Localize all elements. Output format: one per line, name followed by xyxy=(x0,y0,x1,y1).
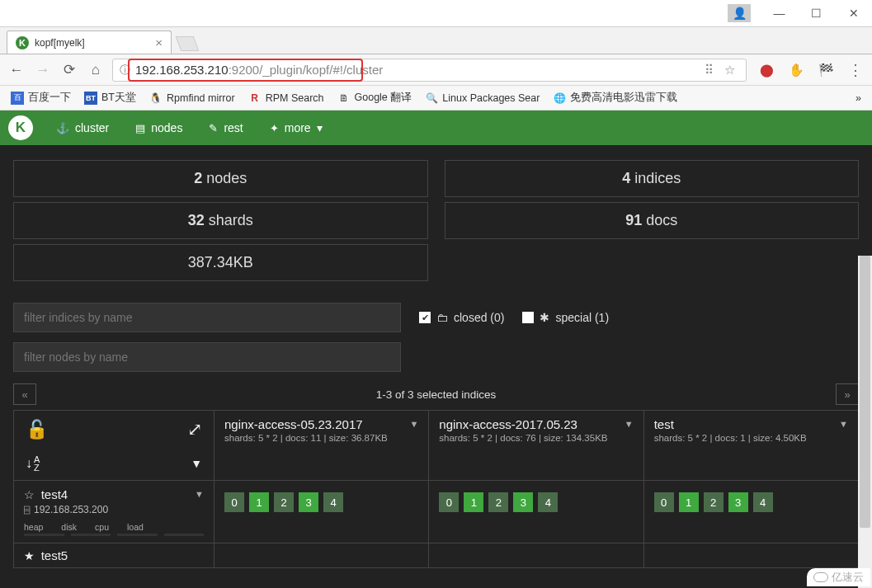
extension-icon-2[interactable]: ✋ xyxy=(786,60,806,80)
shard-badge[interactable]: 1 xyxy=(679,492,699,512)
browser-menu-icon[interactable]: ⋮ xyxy=(846,60,865,80)
forward-button[interactable]: → xyxy=(33,60,53,80)
asterisk-icon: ✱ xyxy=(540,311,549,324)
disk-icon: ⌸ xyxy=(24,504,30,515)
nav-cluster[interactable]: ⚓cluster xyxy=(45,115,120,141)
bookmark-item[interactable]: RRPM Search xyxy=(244,90,328,106)
shard-badge[interactable]: 4 xyxy=(323,492,343,512)
filter-indices-input[interactable] xyxy=(13,303,401,332)
chevron-down-icon[interactable]: ▼ xyxy=(625,419,634,429)
stats-right: 4 indices 91 docs xyxy=(445,160,860,281)
shard-badge[interactable]: 3 xyxy=(513,492,533,512)
bookmark-star-icon[interactable]: ☆ xyxy=(724,63,739,78)
close-button[interactable]: ✕ xyxy=(835,1,872,26)
watermark: 亿速云 xyxy=(807,568,870,586)
extension-icon-3[interactable]: 🏁 xyxy=(816,60,836,80)
app-root: K ⚓cluster ▤nodes ✎rest ✦more ▾ 2 nodes … xyxy=(0,111,872,588)
new-tab-button[interactable] xyxy=(176,36,200,51)
shard-badge[interactable]: 2 xyxy=(488,492,508,512)
chevron-down-icon[interactable]: ▼ xyxy=(409,419,418,429)
filters-row: ✔🗀closed (0) ✱special (1) xyxy=(0,288,872,342)
shard-badge[interactable]: 1 xyxy=(464,492,483,512)
cloud-icon xyxy=(813,572,828,582)
stat-indices: 4 indices xyxy=(445,160,860,197)
bookmarks-overflow-icon[interactable]: » xyxy=(851,91,865,106)
reload-button[interactable]: ⟳ xyxy=(59,60,79,80)
bookmark-item[interactable]: 🔍Linux Packages Sear xyxy=(421,90,544,106)
sort-az-icon[interactable]: ↓AZ xyxy=(26,455,40,472)
dropdown-caret-icon[interactable]: ▼ xyxy=(191,457,202,470)
shard-badge[interactable]: 0 xyxy=(439,492,459,512)
nodes-icon: ▤ xyxy=(135,122,145,134)
pager-prev-button[interactable]: « xyxy=(13,383,36,405)
shard-badge[interactable]: 4 xyxy=(753,492,773,512)
shard-badge[interactable]: 2 xyxy=(704,492,724,512)
rest-icon: ✎ xyxy=(209,122,218,134)
nav-more[interactable]: ✦more ▾ xyxy=(258,115,334,141)
shard-badge[interactable]: 3 xyxy=(728,492,748,512)
bookmark-item[interactable]: 🐧Rpmfind mirror xyxy=(145,90,239,106)
user-icon[interactable]: 👤 xyxy=(728,4,751,22)
shard-badge[interactable]: 4 xyxy=(538,492,558,512)
filter-nodes-input[interactable] xyxy=(13,342,401,372)
bookmark-item[interactable]: BTBT天堂 xyxy=(80,89,140,106)
node-cell[interactable]: ★ test5 xyxy=(13,543,214,568)
closed-checkbox[interactable]: ✔🗀closed (0) xyxy=(419,311,504,324)
browser-tab[interactable]: K kopf[myelk] × xyxy=(7,31,172,54)
maximize-button[interactable]: ☐ xyxy=(798,1,835,26)
tab-title: kopf[myelk] xyxy=(35,37,85,49)
folder-icon: 🗀 xyxy=(436,311,448,324)
shards-cell xyxy=(214,543,429,568)
home-button[interactable]: ⌂ xyxy=(86,60,106,80)
chevron-down-icon[interactable]: ▼ xyxy=(839,419,848,429)
bookmark-item[interactable]: 🌐免费高清电影迅雷下载 xyxy=(549,89,681,106)
bookmark-item[interactable]: 百百度一下 xyxy=(7,89,75,106)
star-filled-icon[interactable]: ★ xyxy=(24,549,35,562)
shards-cell xyxy=(429,543,643,568)
bookmarks-bar: 百百度一下 BTBT天堂 🐧Rpmfind mirror RRPM Search… xyxy=(0,86,872,111)
chevron-down-icon[interactable]: ▼ xyxy=(195,489,204,499)
stats-row: 2 nodes 32 shards 387.34KB 4 indices 91 … xyxy=(0,145,872,288)
nav-rest[interactable]: ✎rest xyxy=(197,115,254,141)
more-icon: ✦ xyxy=(270,122,279,134)
nav-nodes[interactable]: ▤nodes xyxy=(124,115,194,141)
extension-icon-1[interactable]: ⬤ xyxy=(757,60,776,80)
window-titlebar: 👤 — ☐ ✕ xyxy=(0,0,872,27)
app-navbar: K ⚓cluster ▤nodes ✎rest ✦more ▾ xyxy=(0,111,872,145)
star-icon[interactable]: ☆ xyxy=(24,488,35,501)
url-host: 192.168.253.210 xyxy=(135,63,229,77)
special-checkbox[interactable]: ✱special (1) xyxy=(522,311,609,324)
site-info-icon[interactable]: ⓘ xyxy=(120,63,130,78)
node-row: ★ test5 xyxy=(13,543,859,568)
shard-badge[interactable]: 1 xyxy=(249,492,269,512)
shard-badge[interactable]: 2 xyxy=(274,492,294,512)
tab-strip: K kopf[myelk] × xyxy=(0,27,872,54)
grid-controls-cell: 🔓 ⤢ ↓AZ ▼ xyxy=(13,410,214,481)
shard-badge[interactable]: 3 xyxy=(299,492,318,512)
index-header[interactable]: nginx-access-2017.05.23 shards: 5 * 2 | … xyxy=(429,410,643,481)
unlock-icon[interactable]: 🔓 xyxy=(26,419,48,440)
omnibox[interactable]: ⓘ 192.168.253.210:9200/_plugin/kopf/#!/c… xyxy=(112,59,747,82)
node-cell[interactable]: ☆ test4 ▼ ⌸192.168.253.200 heap disk cpu… xyxy=(13,481,214,543)
shards-cell xyxy=(644,543,859,568)
back-button[interactable]: ← xyxy=(7,60,26,80)
scrollbar-thumb[interactable] xyxy=(860,256,870,528)
minimize-button[interactable]: — xyxy=(761,1,798,26)
scrollbar[interactable] xyxy=(858,256,872,588)
app-logo-icon[interactable]: K xyxy=(8,115,33,140)
translate-icon[interactable]: ⠿ xyxy=(705,63,719,78)
chevron-down-icon: ▾ xyxy=(317,121,323,134)
index-header[interactable]: test shards: 5 * 2 | docs: 1 | size: 4.5… xyxy=(644,410,859,481)
shard-badge[interactable]: 0 xyxy=(224,492,244,512)
tab-close-icon[interactable]: × xyxy=(155,35,163,49)
checkbox-empty-icon xyxy=(522,312,534,323)
stat-shards: 32 shards xyxy=(13,202,428,239)
stat-nodes: 2 nodes xyxy=(13,160,428,197)
cluster-icon: ⚓ xyxy=(56,122,69,134)
shards-cell: 01234 xyxy=(644,481,859,543)
index-header[interactable]: nginx-access-05.23.2017 shards: 5 * 2 | … xyxy=(214,410,429,481)
shard-badge[interactable]: 0 xyxy=(654,492,674,512)
pager-next-button[interactable]: » xyxy=(836,383,859,405)
bookmark-item[interactable]: 🗎Google 翻译 xyxy=(333,89,417,106)
expand-icon[interactable]: ⤢ xyxy=(187,419,202,440)
